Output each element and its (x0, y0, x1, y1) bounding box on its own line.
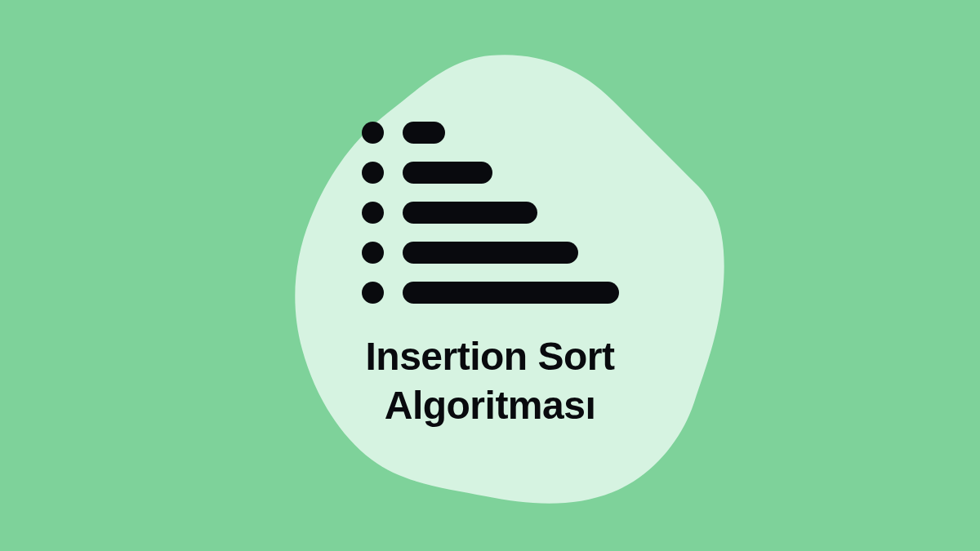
icon-row (362, 202, 619, 224)
bullet-dot (362, 122, 384, 144)
bar (403, 242, 578, 264)
sorted-list-icon (362, 122, 619, 304)
bullet-dot (362, 242, 384, 264)
icon-row (362, 162, 619, 184)
bar (403, 282, 619, 304)
bar (403, 122, 445, 144)
main-title: Insertion Sort Algoritması (365, 332, 614, 430)
bullet-dot (362, 202, 384, 224)
bar (403, 202, 537, 224)
main-content: Insertion Sort Algoritması (362, 122, 619, 430)
bullet-dot (362, 282, 384, 304)
icon-row (362, 242, 619, 264)
icon-row (362, 122, 619, 144)
bullet-dot (362, 162, 384, 184)
title-line-2: Algoritması (365, 381, 614, 430)
icon-row (362, 282, 619, 304)
title-line-1: Insertion Sort (365, 332, 614, 381)
bar (403, 162, 492, 184)
